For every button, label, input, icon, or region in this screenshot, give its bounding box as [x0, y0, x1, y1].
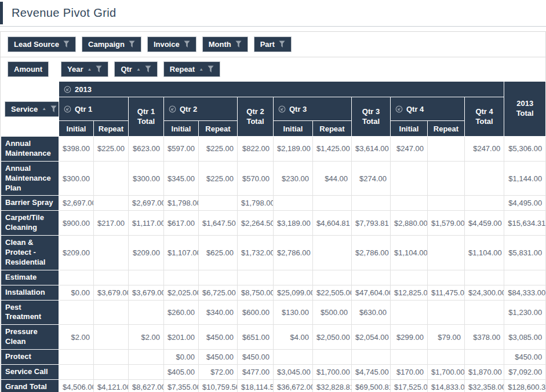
data-cell: $0.00 — [164, 350, 199, 365]
row-header-pressure-clean: Pressure Clean — [1, 325, 59, 350]
grand-total-row: Grand Total$4,506.00$4,121.00$8,627.00$7… — [1, 379, 546, 392]
data-cell — [428, 236, 465, 270]
data-cell: $7,092.00 — [504, 365, 546, 380]
collapse-icon[interactable] — [395, 104, 403, 113]
filter-icon[interactable] — [208, 65, 214, 73]
filter-icon[interactable] — [145, 65, 151, 73]
collapse-icon[interactable] — [278, 104, 286, 113]
column-header-qtr-1[interactable]: Qtr 1 — [59, 97, 129, 121]
data-cell — [274, 270, 313, 285]
filter-icon[interactable] — [50, 105, 57, 113]
data-cell — [129, 350, 164, 365]
data-cell: $3,614.00 — [352, 137, 391, 162]
field-button-part[interactable]: Part — [254, 36, 292, 52]
field-button-qtr[interactable]: Qtr▲ — [114, 61, 157, 77]
column-header-qtr-3-repeat: Repeat — [313, 121, 352, 137]
data-cell: $450.00 — [238, 350, 274, 365]
field-button-repeat[interactable]: Repeat▲ — [163, 61, 220, 77]
header-row-quarters: Qtr 1Qtr 1 TotalQtr 2Qtr 2 TotalQtr 3Qtr… — [1, 97, 546, 121]
data-cell: $2,025.00 — [164, 285, 199, 300]
filter-icon[interactable] — [63, 41, 70, 48]
field-label-repeat: Repeat — [170, 65, 195, 74]
data-cell: $3,189.00 — [274, 211, 313, 236]
data-cell: $299.00 — [391, 325, 428, 350]
data-cell: $274.00 — [352, 161, 391, 196]
field-label-service: Service — [11, 105, 38, 113]
data-cell: $24,300.00 — [465, 285, 504, 300]
column-header-2013[interactable]: 2013 — [59, 82, 504, 97]
data-cell: $340.00 — [199, 300, 238, 325]
data-cell: $79.00 — [428, 325, 465, 350]
field-button-campaign[interactable]: Campaign — [82, 36, 141, 52]
data-cell: $450.00 — [199, 325, 238, 350]
field-button-invoice[interactable]: Invoice — [147, 36, 196, 52]
data-cell — [59, 270, 94, 285]
column-header-qtr-3[interactable]: Qtr 3 — [274, 97, 352, 121]
data-cell — [59, 365, 94, 380]
data-cell — [465, 270, 504, 285]
collapse-icon[interactable] — [64, 104, 71, 113]
data-cell: $450.00 — [504, 350, 546, 365]
collapse-icon[interactable] — [169, 104, 176, 113]
data-cell — [352, 196, 391, 211]
data-cell: $69,500.81 — [352, 379, 391, 392]
data-cell: $300.00 — [59, 161, 94, 196]
field-button-year[interactable]: Year▲ — [61, 61, 108, 77]
field-label-year: Year — [67, 65, 83, 74]
sort-asc-icon: ▲ — [136, 67, 141, 71]
row-header-clean-protect-residential: Clean & Protect - Residential — [1, 236, 59, 270]
data-cell: $1,107.00 — [164, 236, 199, 270]
data-cell: $0.00 — [59, 285, 94, 300]
data-cell: $4,121.00 — [94, 379, 129, 392]
page-title: Revenue Pivot Grid — [12, 6, 117, 20]
field-label-invoice: Invoice — [154, 40, 180, 49]
field-button-service[interactable]: Service▲ — [5, 101, 59, 117]
field-button-month[interactable]: Month — [202, 36, 248, 52]
data-cell: $1,700.00 — [313, 365, 352, 380]
sort-asc-icon: ▲ — [199, 67, 203, 71]
data-cell: $2,189.00 — [274, 137, 313, 162]
column-header-qtr-1-initial: Initial — [59, 121, 94, 137]
column-header-qtr-3-initial: Initial — [274, 121, 313, 137]
data-cell: $1,104.00 — [391, 236, 428, 270]
table-row: Clean & Protect - Residential$209.00$209… — [1, 236, 546, 270]
pivot-table: Service▲20132013 TotalQtr 1Qtr 1 TotalQt… — [1, 81, 546, 392]
data-cell: $1,144.00 — [504, 161, 546, 196]
column-header-qtr-2-repeat: Repeat — [199, 121, 238, 137]
collapse-icon[interactable] — [64, 85, 71, 93]
filter-icon[interactable] — [96, 65, 102, 73]
data-cell — [199, 196, 238, 211]
filter-icon[interactable] — [129, 41, 135, 48]
data-cell — [465, 161, 504, 196]
data-cell — [94, 236, 129, 270]
data-cell — [94, 161, 129, 196]
data-cell: $44.00 — [313, 161, 352, 196]
column-header-qtr-4[interactable]: Qtr 4 — [391, 97, 465, 121]
data-cell — [313, 270, 352, 285]
data-cell — [129, 270, 164, 285]
data-cell: $217.00 — [94, 211, 129, 236]
table-row: Annual Maintenance Plan$300.00$300.00$34… — [1, 161, 546, 196]
filter-icon[interactable] — [235, 41, 242, 48]
column-header-qtr-4-repeat: Repeat — [428, 121, 465, 137]
filter-icon[interactable] — [279, 41, 285, 48]
filter-icon[interactable] — [184, 41, 190, 48]
data-cell: $2,264.50 — [238, 211, 274, 236]
data-cell: $600.00 — [238, 300, 274, 325]
row-fields-area: Service▲ — [1, 82, 59, 137]
data-cell — [274, 196, 313, 211]
row-header-service-call: Service Call — [1, 365, 59, 380]
column-header-qtr-2[interactable]: Qtr 2 — [164, 97, 238, 121]
data-cell — [428, 300, 465, 325]
data-cell: $398.00 — [59, 137, 94, 162]
row-header-pest-treatment: Pest Treatment — [1, 300, 59, 325]
data-cell: $4.00 — [274, 325, 313, 350]
data-cell: $378.00 — [465, 325, 504, 350]
field-button-amount[interactable]: Amount — [8, 61, 49, 77]
data-cell: $2,054.00 — [352, 325, 391, 350]
data-cell: $1,230.00 — [504, 300, 546, 325]
data-cell: $10,759.50 — [199, 379, 238, 392]
data-cell: $8,627.00 — [129, 379, 164, 392]
field-button-lead-source[interactable]: Lead Source — [8, 36, 76, 52]
data-cell — [428, 161, 465, 196]
